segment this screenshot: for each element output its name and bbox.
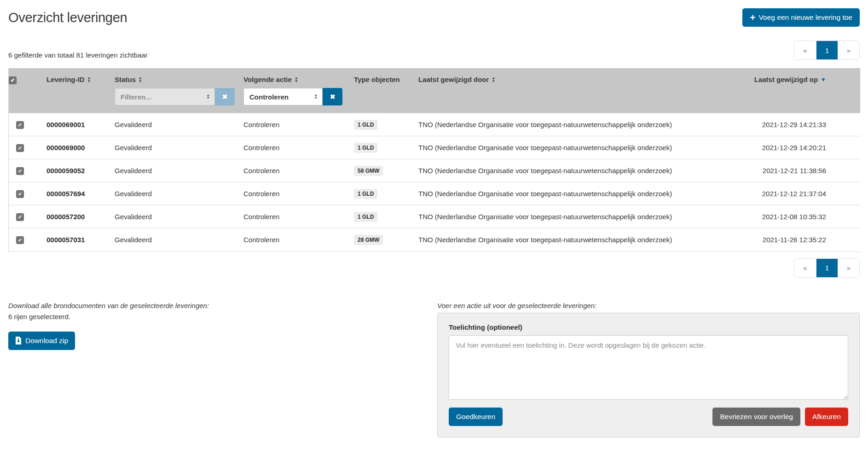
select-all-checkbox[interactable]: ✔ [9,76,17,84]
check-icon: ✔ [18,122,22,128]
cell-volgende-actie: Controleren [243,159,354,182]
check-icon: ✔ [18,215,22,220]
pagination-next-button[interactable]: » [838,41,859,59]
cell-laatst-gewijzigd-door: TNO (Nederlandse Organisatie voor toegep… [418,113,741,136]
leveringen-table: ✔ Levering-ID ▲▼ Status ▲▼ Volgende acti… [9,68,860,251]
type-objecten-badge: 1 GLD [354,143,377,153]
status-filter-clear-button[interactable]: ✖ [215,88,235,105]
add-levering-label: Voeg een nieuwe levering toe [759,13,852,22]
bevriezen-button[interactable]: Bevriezen voor overleg [712,408,800,426]
clear-icon: ✖ [330,93,336,100]
cell-levering-id: 0000069001 [46,113,115,136]
bottom-section: Download alle brondocumenten van de gese… [8,302,860,437]
volgende-actie-filter-select[interactable]: Controleren ▲▼ [243,88,323,105]
leveringen-table-wrap: ✔ Levering-ID ▲▼ Status ▲▼ Volgende acti… [8,68,860,252]
cell-laatst-gewijzigd-op: 2021-12-29 14:21:33 [741,113,860,136]
check-icon: ✔ [18,146,22,151]
download-zip-label: Download zip [25,337,68,345]
sort-levering-id[interactable]: Levering-ID ▲▼ [46,76,91,83]
select-arrows-icon: ▲▼ [207,94,210,100]
sort-volgende-actie[interactable]: Volgende actie ▲▼ [243,76,298,83]
table-row: ✔ 0000057200 Gevalideerd Controleren 1 G… [9,205,860,228]
sort-updown-icon: ▲▼ [295,76,298,83]
action-section: Voer een actie uit voor de geselecteerde… [437,302,860,437]
header-type-objecten: Type objecten [354,76,400,83]
cell-laatst-gewijzigd-door: TNO (Nederlandse Organisatie voor toegep… [418,228,741,251]
plus-icon: + [750,12,755,22]
row-checkbox[interactable]: ✔ [16,236,24,244]
cell-status: Gevalideerd [115,182,243,205]
cell-laatst-gewijzigd-door: TNO (Nederlandse Organisatie voor toegep… [418,205,741,228]
cell-laatst-gewijzigd-door: TNO (Nederlandse Organisatie voor toegep… [418,182,741,205]
pagination-next-button[interactable]: » [838,259,859,277]
cell-status: Gevalideerd [115,159,243,182]
check-icon: ✔ [18,169,22,174]
selected-count: 6 rijen geselecteerd. [8,313,437,321]
row-checkbox[interactable]: ✔ [16,144,24,152]
table-row: ✔ 0000059052 Gevalideerd Controleren 58 … [9,159,860,182]
table-row: ✔ 0000069001 Gevalideerd Controleren 1 G… [9,113,860,136]
cell-laatst-gewijzigd-op: 2021-12-12 21:37:04 [741,182,860,205]
cell-levering-id: 0000059052 [46,159,115,182]
cell-status: Gevalideerd [115,136,243,159]
check-icon: ✔ [18,238,22,243]
sort-status[interactable]: Status ▲▼ [115,76,142,83]
pagination-bottom-row: « 1 » [8,258,860,278]
row-checkbox[interactable]: ✔ [16,213,24,221]
sort-updown-icon: ▲▼ [87,76,91,83]
sort-laatst-gewijzigd-op[interactable]: Laatst gewijzigd op ▼ [754,76,826,83]
type-objecten-badge: 1 GLD [354,120,377,130]
download-instruction: Download alle brondocumenten van de gese… [8,302,437,309]
cell-laatst-gewijzigd-op: 2021-12-21 11:38:56 [741,159,860,182]
cell-laatst-gewijzigd-op: 2021-11-26 12:35:22 [741,228,860,251]
table-row: ✔ 0000057694 Gevalideerd Controleren 1 G… [9,182,860,205]
download-zip-button[interactable]: Download zip [8,332,75,350]
toelichting-textarea[interactable] [449,335,848,400]
cell-laatst-gewijzigd-door: TNO (Nederlandse Organisatie voor toegep… [418,159,741,182]
type-objecten-badge: 1 GLD [354,212,377,222]
cell-status: Gevalideerd [115,205,243,228]
cell-volgende-actie: Controleren [243,228,354,251]
afkeuren-button[interactable]: Afkeuren [805,408,848,426]
pagination-bottom: « 1 » [794,258,860,278]
cell-status: Gevalideerd [115,228,243,251]
volgende-actie-filter-group: Controleren ▲▼ ✖ [243,88,342,105]
cell-status: Gevalideerd [115,113,243,136]
sort-updown-icon: ▲▼ [139,76,142,83]
volgende-actie-filter-clear-button[interactable]: ✖ [323,88,342,105]
type-objecten-badge: 28 GMW [354,235,383,245]
action-panel: Toelichting (optioneel) Goedkeuren Bevri… [437,313,860,437]
status-filter-group: Filteren... ▲▼ ✖ [115,88,235,105]
row-checkbox[interactable]: ✔ [16,167,24,175]
add-levering-button[interactable]: + Voeg een nieuwe levering toe [742,8,860,27]
download-section: Download alle brondocumenten van de gese… [8,302,437,437]
sort-updown-icon: ▲▼ [492,76,495,83]
check-icon: ✔ [18,192,22,197]
cell-levering-id: 0000057200 [46,205,115,228]
action-instruction: Voer een actie uit voor de geselecteerde… [437,302,860,309]
page-title: Overzicht leveringen [8,7,127,25]
row-checkbox[interactable]: ✔ [16,121,24,129]
table-row: ✔ 0000057031 Gevalideerd Controleren 28 … [9,228,860,251]
status-filter-select[interactable]: Filteren... ▲▼ [115,88,215,105]
type-objecten-badge: 58 GMW [354,166,383,176]
row-checkbox[interactable]: ✔ [16,190,24,198]
cell-levering-id: 0000057694 [46,182,115,205]
goedkeuren-button[interactable]: Goedkeuren [449,408,503,426]
type-objecten-badge: 1 GLD [354,189,377,199]
pagination-page-1[interactable]: 1 [816,41,838,59]
select-arrows-icon: ▲▼ [314,94,318,100]
cell-volgende-actie: Controleren [243,205,354,228]
cell-volgende-actie: Controleren [243,113,354,136]
sort-laatst-gewijzigd-door[interactable]: Laatst gewijzigd door ▲▼ [418,76,495,83]
summary-row: 6 gefilterde van totaal 81 leveringen zi… [8,41,860,60]
cell-laatst-gewijzigd-op: 2021-12-29 14:20:21 [741,136,860,159]
pagination-page-1[interactable]: 1 [816,259,838,277]
pagination-prev-button[interactable]: « [794,259,816,277]
action-buttons-row: Goedkeuren Bevriezen voor overleg Afkeur… [449,408,848,426]
table-body: ✔ 0000069001 Gevalideerd Controleren 1 G… [9,113,860,251]
cell-volgende-actie: Controleren [243,136,354,159]
pagination-prev-button[interactable]: « [794,41,816,59]
cell-levering-id: 0000069000 [46,136,115,159]
sort-desc-icon: ▼ [821,77,826,82]
